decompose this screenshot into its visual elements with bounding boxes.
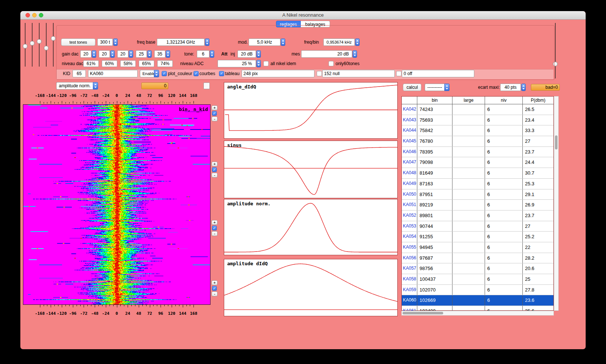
att-inj-field[interactable]: 20 dB: [238, 50, 256, 58]
table-row[interactable]: KA04678395623.7: [402, 147, 553, 158]
table-row[interactable]: KA05289801623.7: [402, 210, 553, 221]
zoom-in-button[interactable]: +: [212, 105, 218, 110]
zoom-in-button[interactable]: +: [212, 162, 218, 166]
off-checkbox[interactable]: [396, 71, 401, 76]
mes-field[interactable]: 20 dB: [301, 50, 352, 58]
chevron-updown-icon[interactable]: [154, 70, 159, 77]
table-row[interactable]: KA05087951629.1: [402, 189, 553, 200]
col-header-id[interactable]: [402, 97, 417, 104]
ecart-field[interactable]: 40 pts: [500, 84, 521, 91]
level-slider-1[interactable]: [25, 23, 26, 67]
kid-selector-dropdown[interactable]: ----------: [425, 84, 474, 91]
col-header-niv[interactable]: niv: [485, 97, 523, 104]
plot-couleur-checkbox[interactable]: [162, 71, 167, 76]
table-row[interactable]: KA060102669623.6: [402, 295, 553, 306]
col-header-pdbm[interactable]: P(dbm): [523, 97, 553, 104]
freq-base-field[interactable]: 1,321234 GHz: [157, 38, 205, 46]
chevron-updown-icon[interactable]: [93, 82, 98, 90]
calcul-button[interactable]: calcul: [403, 84, 421, 91]
slider-thumb[interactable]: [37, 39, 42, 44]
tone-field[interactable]: 6: [197, 50, 209, 58]
niveau-adc-field[interactable]: 25 %: [218, 60, 256, 67]
table-row[interactable]: KA05491255625.2: [402, 232, 553, 242]
tableau-checkbox[interactable]: [219, 71, 224, 76]
slider-thumb[interactable]: [51, 36, 56, 41]
table-row[interactable]: KA061103400625.6: [402, 306, 553, 311]
zoom-out-button[interactable]: -: [212, 117, 218, 121]
chevron-updown-icon[interactable]: [444, 84, 450, 91]
gain-dac-stepper-2[interactable]: [110, 50, 115, 58]
scrollbar-thumb[interactable]: [555, 135, 558, 149]
scrollbar-thumb[interactable]: [403, 312, 443, 314]
all-nikel-idem-checkbox[interactable]: [263, 61, 269, 66]
enable-dropdown[interactable]: Enable: [140, 70, 159, 77]
slider-thumb[interactable]: [44, 46, 49, 51]
table-row[interactable]: KA05390744627: [402, 221, 553, 232]
autoscale-checkbox[interactable]: [212, 167, 217, 172]
zoom-in-button[interactable]: +: [212, 280, 218, 285]
spectrogram-canvas[interactable]: [23, 105, 210, 304]
autoscale-checkbox[interactable]: [212, 286, 217, 291]
att-inj-stepper[interactable]: [256, 50, 261, 58]
freq-bin-field[interactable]: 0,953674 kHz: [323, 38, 355, 46]
level-slider-2[interactable]: [32, 23, 33, 67]
courbes-checkbox[interactable]: [193, 71, 199, 76]
spectrogram[interactable]: bin, n_kid: [23, 104, 211, 305]
level-slider-5[interactable]: [53, 23, 54, 67]
table-row[interactable]: KA04375693623.4: [402, 115, 553, 126]
kid-name-field[interactable]: KA060: [88, 70, 138, 77]
table-horizontal-scrollbar[interactable]: [401, 311, 554, 316]
null-field[interactable]: 152 null: [322, 70, 395, 77]
table-row[interactable]: KA04475842633.3: [402, 125, 553, 136]
table-row[interactable]: KA04881649630.7: [402, 168, 553, 179]
display-mode-dropdown[interactable]: amplitude norm.: [56, 82, 106, 90]
color-well[interactable]: [203, 82, 210, 89]
gain-dac-stepper-1[interactable]: [92, 50, 96, 58]
zoom-in-button[interactable]: +: [212, 220, 218, 225]
autoscale-checkbox[interactable]: [212, 111, 217, 116]
mod-field[interactable]: 5,0 kHz: [249, 38, 280, 46]
zoom-out-button[interactable]: -: [212, 231, 218, 236]
test-tones-button[interactable]: test tones: [61, 38, 95, 46]
right-level-slider[interactable]: [555, 23, 556, 78]
niveau-adc-stepper[interactable]: [256, 60, 261, 67]
tone-stepper[interactable]: [210, 50, 214, 58]
table-row[interactable]: KA04779098624.4: [402, 157, 553, 168]
table-row[interactable]: KA05798756620.6: [402, 263, 553, 274]
tones-count-field[interactable]: 300 t: [97, 38, 113, 46]
gain-dac-field-1[interactable]: 20: [80, 50, 91, 58]
tones-stepper[interactable]: [113, 38, 118, 46]
gain-dac-stepper-5[interactable]: [166, 50, 170, 58]
freq-base-stepper[interactable]: [205, 38, 209, 46]
gain-dac-stepper-4[interactable]: [147, 50, 152, 58]
col-header-bin[interactable]: bin: [417, 97, 452, 104]
table-row[interactable]: KA04987163625.3: [402, 179, 553, 189]
gain-dac-field-5[interactable]: 35: [154, 50, 165, 58]
gain-dac-field-3[interactable]: 20: [117, 50, 128, 58]
kid-index-field[interactable]: 65: [73, 70, 86, 77]
table-row[interactable]: KA04274243626.5: [402, 104, 553, 115]
gain-dac-stepper-3[interactable]: [129, 50, 133, 58]
col-header-large[interactable]: large: [452, 97, 485, 104]
level-slider-3[interactable]: [39, 23, 40, 67]
table-row[interactable]: KA05189219626.9: [402, 200, 553, 210]
gain-dac-field-2[interactable]: 20: [99, 50, 110, 58]
gain-dac-field-4[interactable]: 25: [136, 50, 147, 58]
autoscale-checkbox[interactable]: [212, 226, 217, 230]
off-field[interactable]: 0 off: [402, 70, 474, 77]
pix-field[interactable]: 248 pix: [242, 70, 314, 77]
freq-bin-stepper[interactable]: [355, 38, 360, 46]
only60tones-checkbox[interactable]: [329, 61, 334, 66]
mod-stepper[interactable]: [281, 38, 285, 46]
zoom-out-button[interactable]: -: [212, 173, 218, 178]
null-checkbox[interactable]: [317, 71, 322, 76]
table-row[interactable]: KA059102070627.8: [402, 285, 553, 296]
level-slider-4[interactable]: [46, 23, 47, 67]
ecart-stepper[interactable]: [521, 84, 526, 91]
table-vertical-scrollbar[interactable]: [554, 96, 559, 311]
slider-thumb[interactable]: [30, 41, 35, 46]
table-row[interactable]: KA04576780627: [402, 136, 553, 147]
slider-thumb[interactable]: [23, 44, 28, 48]
table-row[interactable]: KA05697687628.2: [402, 253, 553, 264]
mes-stepper[interactable]: [353, 50, 357, 58]
